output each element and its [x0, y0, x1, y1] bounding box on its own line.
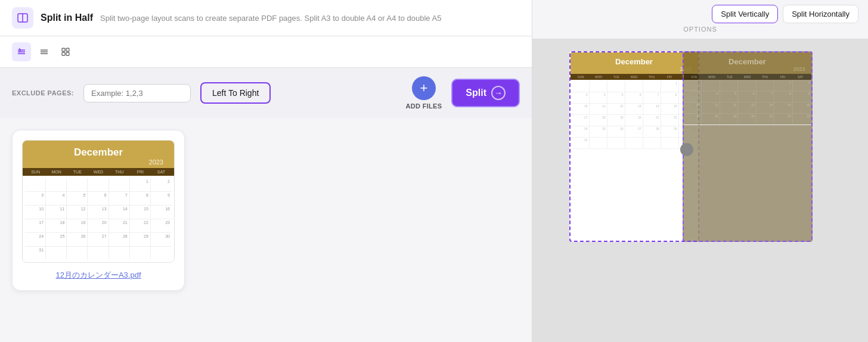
- preview-right-page: December 2023 SUN MON TUE WED THU FRI SA…: [683, 51, 813, 242]
- exclude-label: EXCLUDE PAGES:: [12, 89, 74, 97]
- app-description: Split two-page layout scans to create se…: [100, 14, 520, 23]
- exclude-input[interactable]: [83, 84, 191, 102]
- split-arrow-icon: →: [491, 86, 506, 100]
- cal-year: 2023: [31, 158, 166, 166]
- file-name[interactable]: 12月のカレンダーA3.pdf: [22, 270, 175, 281]
- svg-rect-11: [66, 52, 69, 55]
- grid-view-button[interactable]: [57, 43, 74, 60]
- preview-container: December 2023 SUN MON TUE WED THU FRI SA…: [569, 51, 832, 248]
- split-button[interactable]: Split →: [451, 79, 520, 107]
- left-panel: Split in Half Split two-page layout scan…: [0, 0, 532, 342]
- toolbar-row: [0, 36, 532, 68]
- app-icon: [12, 7, 33, 29]
- direction-button[interactable]: Left To Right: [200, 82, 271, 104]
- svg-rect-9: [66, 48, 69, 51]
- split-divider-handle[interactable]: [680, 143, 693, 156]
- split-label: Split: [466, 88, 486, 98]
- right-buttons-row: Split Vertically Split Horizontally: [702, 0, 868, 23]
- cal-month: December: [31, 147, 166, 158]
- options-label: OPTIONS: [532, 23, 868, 35]
- add-files-button[interactable]: + ADD FILES: [406, 76, 442, 110]
- preview-area: December 2023 SUN MON TUE WED THU FRI SA…: [532, 39, 868, 342]
- list-view-button[interactable]: [36, 43, 52, 60]
- options-bar: EXCLUDE PAGES: Left To Right + ADD FILES…: [0, 68, 532, 118]
- add-files-label: ADD FILES: [406, 102, 442, 110]
- svg-rect-10: [62, 52, 65, 55]
- app-title: Split in Half: [41, 13, 93, 23]
- add-files-icon: +: [412, 76, 436, 100]
- sort-view-button[interactable]: [12, 42, 31, 61]
- right-top-section: Split Vertically Split Horizontally OPTI…: [532, 0, 868, 39]
- right-panel: Split Vertically Split Horizontally OPTI…: [532, 0, 868, 342]
- preview-left-page: December 2023 SUN MON TUE WED THU FRI SA…: [569, 51, 699, 242]
- file-card: December 2023 SUN MON TUE WED THU FRI SA…: [12, 130, 185, 291]
- cal-header: December 2023: [23, 141, 174, 168]
- cal-days-header: SUN MON TUE WED THU FRI SAT: [23, 168, 174, 176]
- header: Split in Half Split two-page layout scan…: [0, 0, 532, 36]
- split-vertically-button[interactable]: Split Vertically: [712, 5, 778, 23]
- cal-grid: 12 3456789 10111213141516 17181920212223…: [23, 176, 174, 262]
- svg-rect-8: [62, 48, 65, 51]
- file-area: December 2023 SUN MON TUE WED THU FRI SA…: [0, 118, 532, 342]
- split-horizontally-button[interactable]: Split Horizontally: [783, 5, 858, 23]
- calendar-preview: December 2023 SUN MON TUE WED THU FRI SA…: [22, 140, 175, 263]
